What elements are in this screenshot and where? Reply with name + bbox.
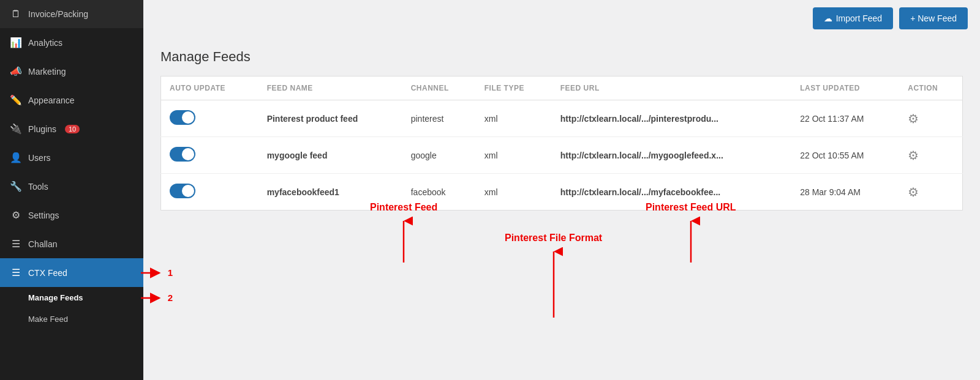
- marketing-icon: 📣: [10, 65, 22, 77]
- gear-icon[interactable]: ⚙: [908, 185, 919, 199]
- sidebar-item-label: Appearance: [28, 95, 75, 105]
- feed-table: AUTO UPDATE FEED NAME CHANNEL FILE TYPE …: [160, 76, 963, 210]
- sidebar: 🗒 Invoice/Packing 📊 Analytics 📣 Marketin…: [0, 0, 143, 380]
- col-last-updated: LAST UPDATED: [791, 76, 899, 100]
- auto-update-toggle[interactable]: [170, 110, 195, 125]
- arrow-up-pinterest-feed-icon: [394, 217, 413, 266]
- topbar: ☁ Import Feed + New Feed: [143, 0, 980, 37]
- pinterest-file-format-label: Pinterest File Format: [505, 233, 602, 244]
- arrow-up-feed-url-icon: [682, 217, 700, 266]
- toggle-cell[interactable]: [161, 100, 258, 137]
- filetype-cell: xml: [476, 137, 552, 174]
- col-channel: CHANNEL: [402, 76, 476, 100]
- arrow-up-file-format-icon: [545, 247, 563, 321]
- annotation-file-format: Pinterest File Format: [505, 233, 602, 323]
- col-feed-name: FEED NAME: [258, 76, 402, 100]
- action-cell[interactable]: ⚙: [899, 174, 962, 210]
- action-cell[interactable]: ⚙: [899, 137, 962, 174]
- col-file-type: FILE TYPE: [476, 76, 552, 100]
- col-feed-url: FEED URL: [552, 76, 791, 100]
- gear-icon[interactable]: ⚙: [908, 112, 919, 125]
- action-cell[interactable]: ⚙: [899, 100, 962, 137]
- challan-icon: ☰: [10, 238, 22, 250]
- feed-name-cell: mygoogle feed: [258, 137, 402, 174]
- table-row: Pinterest product feed pinterest xml htt…: [161, 100, 963, 137]
- gear-icon[interactable]: ⚙: [908, 149, 919, 162]
- table-row: myfacebookfeed1 facebook xml http://ctxl…: [161, 174, 963, 210]
- toggle-cell[interactable]: [161, 174, 258, 210]
- import-feed-button[interactable]: ☁ Import Feed: [813, 7, 893, 29]
- toggle-cell[interactable]: [161, 137, 258, 174]
- sidebar-item-label: Tools: [28, 182, 48, 192]
- sidebar-item-challan[interactable]: ☰ Challan: [0, 229, 143, 258]
- settings-icon: ⚙: [10, 209, 22, 221]
- last-updated-cell: 22 Oct 11:37 AM: [791, 100, 899, 137]
- sidebar-item-label: Invoice/Packing: [28, 9, 88, 19]
- sidebar-item-label: Settings: [28, 210, 59, 220]
- feed-url-cell: http://ctxlearn.local/.../mygooglefeed.x…: [552, 137, 791, 174]
- plugins-icon: 🔌: [10, 123, 22, 135]
- last-updated-cell: 28 Mar 9:04 AM: [791, 174, 899, 210]
- sidebar-item-tools[interactable]: 🔧 Tools: [0, 172, 143, 201]
- sidebar-item-label: Analytics: [28, 38, 62, 48]
- sidebar-submenu-make-feed[interactable]: Make Feed: [0, 308, 143, 330]
- sidebar-submenu: Manage Feeds 2 Make Feed: [0, 287, 143, 330]
- new-feed-label: + New Feed: [910, 13, 957, 23]
- main-content: ☁ Import Feed + New Feed Manage Feeds AU…: [143, 0, 980, 380]
- invoice-icon: 🗒: [10, 9, 22, 20]
- sidebar-item-plugins[interactable]: 🔌 Plugins 10: [0, 114, 143, 143]
- page-title: Manage Feeds: [160, 49, 963, 65]
- tools-icon: 🔧: [10, 181, 22, 192]
- new-feed-button[interactable]: + New Feed: [899, 7, 968, 29]
- sidebar-item-analytics[interactable]: 📊 Analytics: [0, 28, 143, 57]
- feed-url-cell: http://ctxlearn.local/.../myfacebookfee.…: [552, 174, 791, 210]
- sidebar-item-settings[interactable]: ⚙ Settings: [0, 201, 143, 229]
- col-action: ACTION: [899, 76, 962, 100]
- sidebar-item-label: CTX Feed: [28, 268, 67, 278]
- plugins-badge: 10: [65, 125, 80, 133]
- sidebar-item-invoice[interactable]: 🗒 Invoice/Packing: [0, 0, 143, 28]
- appearance-icon: ✏️: [10, 94, 22, 106]
- filetype-cell: xml: [476, 174, 552, 210]
- feed-name-cell: myfacebookfeed1: [258, 174, 402, 210]
- page-content: Manage Feeds AUTO UPDATE FEED NAME CHANN…: [143, 37, 980, 380]
- annotation-pinterest-feed: Pinterest Feed: [370, 202, 437, 268]
- channel-cell: facebook: [402, 174, 476, 210]
- sidebar-item-appearance[interactable]: ✏️ Appearance: [0, 86, 143, 114]
- table-row: mygoogle feed google xml http://ctxlearn…: [161, 137, 963, 174]
- sidebar-item-label: Challan: [28, 239, 57, 249]
- sidebar-item-marketing[interactable]: 📣 Marketing: [0, 57, 143, 86]
- sidebar-submenu-manage-feeds[interactable]: Manage Feeds: [0, 287, 143, 308]
- auto-update-toggle[interactable]: [170, 147, 195, 162]
- feed-url-cell: http://ctxlearn.local/.../pinterestprodu…: [552, 100, 791, 137]
- sidebar-item-users[interactable]: 👤 Users: [0, 143, 143, 172]
- sidebar-item-label: Marketing: [28, 67, 66, 76]
- auto-update-toggle[interactable]: [170, 184, 195, 198]
- last-updated-cell: 22 Oct 10:55 AM: [791, 137, 899, 174]
- import-feed-label: Import Feed: [836, 13, 882, 23]
- sidebar-item-label: Users: [28, 153, 51, 163]
- ctxfeed-icon: ☰: [10, 267, 22, 278]
- analytics-icon: 📊: [10, 37, 22, 48]
- sidebar-item-ctxfeed[interactable]: ☰ CTX Feed: [0, 258, 143, 287]
- channel-cell: pinterest: [402, 100, 476, 137]
- channel-cell: google: [402, 137, 476, 174]
- sidebar-item-label: Plugins: [28, 124, 56, 134]
- col-auto-update: AUTO UPDATE: [161, 76, 258, 100]
- filetype-cell: xml: [476, 100, 552, 137]
- users-icon: 👤: [10, 152, 22, 163]
- feed-name-cell: Pinterest product feed: [258, 100, 402, 137]
- import-icon: ☁: [824, 13, 832, 23]
- annotation-feed-url: Pinterest Feed URL: [646, 202, 736, 268]
